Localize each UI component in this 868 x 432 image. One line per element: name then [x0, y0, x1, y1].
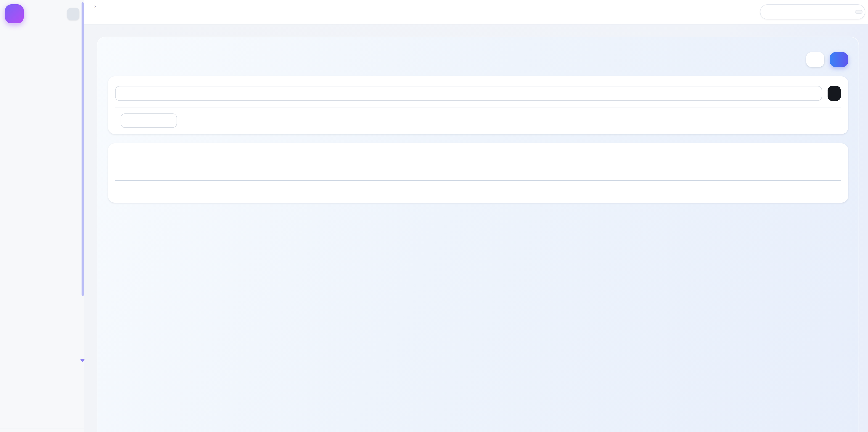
- topbar: ›: [84, 0, 868, 25]
- main-area: ›: [84, 0, 868, 432]
- update-report-button[interactable]: [828, 86, 841, 101]
- global-search[interactable]: [760, 4, 865, 19]
- today-button[interactable]: [806, 52, 825, 67]
- table-header-row: [115, 163, 841, 181]
- sidebar-bottom-panel: [0, 429, 84, 432]
- sidebar-scrollbar-thumb[interactable]: [82, 2, 84, 296]
- breadcrumb: ›: [91, 3, 860, 9]
- filter-card: [108, 76, 848, 134]
- sidebar-scroll-indicator: [80, 359, 85, 362]
- sidebar-collapse-button[interactable]: [67, 8, 79, 20]
- sidebar-header: [0, 0, 84, 25]
- sidebar: [0, 0, 84, 432]
- search-shortcut-badge: [855, 10, 863, 14]
- balance-sheet-card: [108, 143, 848, 203]
- report-hero-panel: [97, 37, 859, 432]
- content-area: [84, 25, 868, 432]
- app-window: ›: [0, 0, 868, 432]
- search-input[interactable]: [769, 8, 855, 16]
- as-of-date-input[interactable]: [115, 86, 822, 101]
- brand-logo-sparkles-icon: [5, 4, 24, 23]
- breadcrumb-separator-icon: ›: [94, 3, 96, 9]
- export-pdf-button[interactable]: [830, 52, 848, 67]
- compare-periods-select[interactable]: [121, 113, 177, 128]
